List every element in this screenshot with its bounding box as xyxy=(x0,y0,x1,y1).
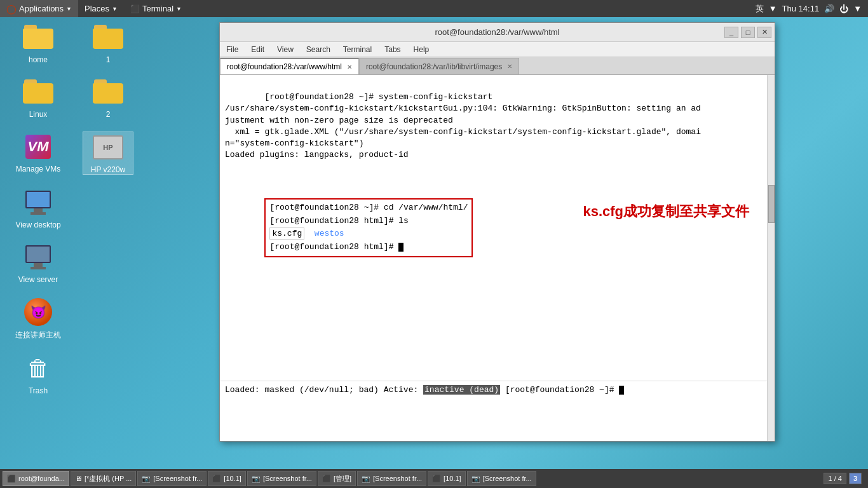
desktop-icons-area: home 1 L xyxy=(13,22,133,395)
view-desktop-icon xyxy=(23,187,53,218)
terminal-tabs: root@foundation28:/var/www/html ✕ root@f… xyxy=(220,57,775,75)
clock: Thu 14:11 xyxy=(782,4,820,13)
desktop-icon-manage-vms[interactable]: VM Manage VMs xyxy=(13,132,64,175)
highlight-box: [root@foundation28 ~]# cd /var/www/html/… xyxy=(264,198,473,257)
fedora-icon: ◯ xyxy=(6,4,17,14)
arrow-lang: ▼ xyxy=(769,4,777,13)
tab-1-close[interactable]: ✕ xyxy=(347,64,352,71)
taskbar-101-2-icon: ⬛ xyxy=(432,475,441,483)
menu-tabs[interactable]: Tabs xyxy=(378,42,407,57)
terminal-content: [root@foundation28 ~]# system-config-kic… xyxy=(220,75,775,441)
trash-icon: 🗑 xyxy=(23,353,53,384)
desktop-icon-trash[interactable]: 🗑 Trash xyxy=(13,353,64,395)
terminal-menubar: File Edit View Search Terminal Tabs Help xyxy=(220,42,775,57)
tab-1-label: root@foundation28:/var/www/html xyxy=(227,62,342,71)
menu-terminal[interactable]: Terminal xyxy=(337,42,378,57)
taskbar-101-2-label: [10.1] xyxy=(444,475,461,482)
tab-2-label: root@foundation28:/var/lib/libvirt/image… xyxy=(366,62,502,71)
lang-indicator[interactable]: 英 xyxy=(756,3,764,15)
terminal-titlebar: root@foundation28:/var/www/html _ □ ✕ xyxy=(220,23,775,42)
maximize-button[interactable]: □ xyxy=(741,27,755,38)
linux-folder-icon xyxy=(23,77,53,107)
taskbar-screenshot-2[interactable]: 📷 [Screenshot fr... xyxy=(247,471,316,486)
desktop-icon-connect-teacher[interactable]: 😈 连接讲师主机 xyxy=(13,297,64,341)
menu-search[interactable]: Search xyxy=(300,42,337,57)
terminal-menu[interactable]: ⬛ Terminal ▼ xyxy=(124,0,188,17)
folder-1-label: 1 xyxy=(106,55,111,64)
icon-row-1: home 1 xyxy=(13,22,133,64)
connect-teacher-icon: 😈 xyxy=(23,297,53,327)
manage-vms-icon: VM xyxy=(23,132,53,162)
icon-row-4: View desktop xyxy=(13,187,133,229)
menu-edit[interactable]: Edit xyxy=(245,42,271,57)
taskbar-screenshot-1[interactable]: 📷 [Screenshot fr... xyxy=(137,471,207,486)
menu-file[interactable]: File xyxy=(220,42,245,57)
applications-menu[interactable]: ◯ Applications ▼ xyxy=(0,0,78,17)
trash-label: Trash xyxy=(29,386,48,395)
hp-drive-icon: HP xyxy=(93,132,123,163)
inactive-status: inactive (dead) xyxy=(423,385,500,395)
places-arrow: ▼ xyxy=(112,6,118,12)
terminal-scrollbar[interactable] xyxy=(767,75,775,441)
folder-1-icon xyxy=(93,22,123,53)
power-icon[interactable]: ⏻ xyxy=(839,4,848,14)
taskbar-screenshot-4-label: [Screenshot fr... xyxy=(483,475,532,482)
menu-help[interactable]: Help xyxy=(407,42,436,57)
minimize-button[interactable]: _ xyxy=(724,27,738,38)
icon-row-2: Linux 2 xyxy=(13,77,133,119)
top-bar: ◯ Applications ▼ Places ▼ ⬛ Terminal ▼ 英… xyxy=(0,0,868,17)
icon-row-5: View server xyxy=(13,242,133,284)
taskbar-root-label: root@founda... xyxy=(18,475,65,482)
terminal-line-1: [root@foundation28 ~]# system-config-kic… xyxy=(225,92,701,159)
folder-2-icon xyxy=(93,77,123,107)
icon-row-7: 🗑 Trash xyxy=(13,353,133,395)
places-menu[interactable]: Places ▼ xyxy=(78,0,124,17)
workspace-indicator[interactable]: 3 xyxy=(849,473,862,484)
desktop-icon-home[interactable]: home xyxy=(13,22,64,64)
taskbar-vm-icon: 🖥 xyxy=(75,475,82,482)
taskbar-101-1-label: [10.1] xyxy=(224,475,241,482)
bottom-taskbar: ⬛ root@founda... 🖥 [*虚拟机 (HP ... 📷 [Scre… xyxy=(0,469,868,488)
volume-icon[interactable]: 🔊 xyxy=(824,4,834,13)
desktop-icon-hp-v220w[interactable]: HP HP v220w xyxy=(83,132,133,175)
taskbar-vm-label: [*虚拟机 (HP ... xyxy=(85,474,132,484)
desktop-icon-1[interactable]: 1 xyxy=(83,22,133,64)
taskbar-101-2[interactable]: ⬛ [10.1] xyxy=(428,471,466,486)
terminal-title: root@foundation28:/var/www/html xyxy=(435,27,559,37)
menu-view[interactable]: View xyxy=(271,42,300,57)
desktop-icon-2[interactable]: 2 xyxy=(83,77,133,119)
taskbar-screenshot-3[interactable]: 📷 [Screenshot fr... xyxy=(357,471,426,486)
taskbar-right: 1 / 4 3 xyxy=(824,473,865,484)
taskbar-vm[interactable]: 🖥 [*虚拟机 (HP ... xyxy=(71,471,136,486)
taskbar-manage[interactable]: ⬛ [管理] xyxy=(318,471,356,486)
scrollbar-thumb[interactable] xyxy=(768,185,775,223)
tab-2[interactable]: root@foundation28:/var/lib/libvirt/image… xyxy=(359,58,519,74)
taskbar-101-1-icon: ⬛ xyxy=(212,475,221,483)
tab-1[interactable]: root@foundation28:/var/www/html ✕ xyxy=(220,58,359,74)
close-button[interactable]: ✕ xyxy=(757,27,771,38)
desktop-icon-view-desktop[interactable]: View desktop xyxy=(13,187,64,229)
applications-arrow: ▼ xyxy=(66,6,72,12)
taskbar-screenshot-2-icon: 📷 xyxy=(252,475,261,483)
taskbar-root[interactable]: ⬛ root@founda... xyxy=(3,471,69,486)
view-desktop-label: View desktop xyxy=(15,220,60,229)
taskbar-manage-icon: ⬛ xyxy=(322,475,331,483)
terminal-lower[interactable]: Loaded: masked (/dev/null; bad) Active: … xyxy=(220,381,775,441)
power-arrow: ▼ xyxy=(853,4,862,13)
taskbar-101-1[interactable]: ⬛ [10.1] xyxy=(208,471,246,486)
desktop-icon-view-server[interactable]: View server xyxy=(13,242,64,284)
annotation-text: ks.cfg成功复制至共享文件 xyxy=(583,202,749,222)
desktop-icon-linux[interactable]: Linux xyxy=(13,77,64,119)
terminal-body[interactable]: [root@foundation28 ~]# system-config-kic… xyxy=(220,75,775,381)
desktop: ◯ Applications ▼ Places ▼ ⬛ Terminal ▼ 英… xyxy=(0,0,868,488)
view-server-label: View server xyxy=(18,275,58,284)
taskbar-screenshot-4[interactable]: 📷 [Screenshot fr... xyxy=(467,471,536,486)
taskbar-manage-label: [管理] xyxy=(334,474,351,484)
taskbar-screenshot-1-icon: 📷 xyxy=(142,475,151,483)
page-indicator[interactable]: 1 / 4 xyxy=(824,473,846,484)
taskbar-screenshot-3-label: [Screenshot fr... xyxy=(373,475,422,482)
tab-2-close[interactable]: ✕ xyxy=(507,63,512,70)
home-label: home xyxy=(29,55,48,64)
taskbar-screenshot-3-icon: 📷 xyxy=(362,475,370,483)
linux-label: Linux xyxy=(29,110,48,119)
